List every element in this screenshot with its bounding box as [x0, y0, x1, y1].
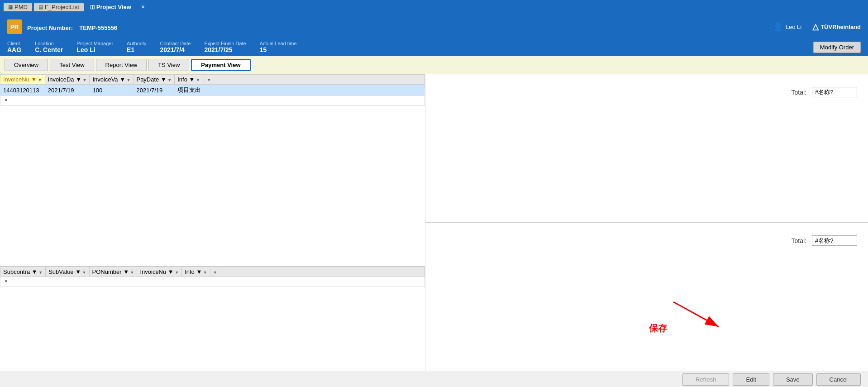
field-project-manager: Project Manager Leo Li: [76, 41, 113, 53]
field-client: Client AAG: [7, 41, 21, 53]
tab-project-list[interactable]: ▤ F_ProjectList: [34, 3, 84, 11]
header-right: 👤 Leo Li △ TÜVRheinland: [773, 22, 861, 32]
bottom-bar: Refresh Edit Save Cancel: [0, 371, 868, 387]
col-pay-date[interactable]: PayDate ▼: [134, 75, 175, 85]
col-invoice-date[interactable]: InvoiceDa ▼: [45, 75, 90, 85]
project-fields: Client AAG Location C. Center Project Ma…: [7, 41, 297, 53]
right-panel: Total: Total:: [425, 74, 868, 371]
bottom-total-input[interactable]: [812, 235, 857, 246]
header: PR Project Number: TEMP-555556 👤 Leo Li …: [0, 14, 868, 40]
col-info[interactable]: Info ▼: [175, 75, 204, 85]
tab-project-view[interactable]: ◫ Project View: [86, 3, 136, 11]
col-sub-info[interactable]: Info ▼: [182, 267, 210, 277]
toolbar: Overview Test View Report View TS View P…: [0, 56, 868, 74]
subcontract-table: Subcontra ▼ SubValue ▼ PONumber ▼ Invoic…: [0, 267, 425, 287]
tab-payment-view[interactable]: Payment View: [191, 59, 250, 71]
cell-invoice-date: 2021/7/19: [45, 85, 90, 96]
tab-ts-view[interactable]: TS View: [148, 59, 189, 71]
left-panel: InvoiceNu ▼ InvoiceDa ▼ InvoiceVa ▼ PayD…: [0, 74, 425, 371]
col-invoice-val[interactable]: InvoiceVa ▼: [90, 75, 134, 85]
title-bar-tabs: ▦ PMD ▤ F_ProjectList ◫ Project View ×: [4, 3, 145, 11]
cell-invoice-val: 100: [90, 85, 134, 96]
field-contract-date: Contract Date 2021/7/4: [160, 41, 191, 53]
top-total-row: Total:: [792, 87, 857, 97]
col-spacer: [204, 75, 425, 85]
bottom-total-row: Total:: [792, 235, 857, 246]
sub-header: Client AAG Location C. Center Project Ma…: [0, 40, 868, 56]
project-icon: PR: [7, 19, 22, 34]
refresh-button[interactable]: Refresh: [682, 373, 730, 386]
tab-pmd[interactable]: ▦ PMD: [4, 3, 32, 11]
col-sub-spacer: [210, 267, 424, 277]
field-actual-lead: Actual Lead time 15: [260, 41, 297, 53]
header-title: Project Number: TEMP-555556: [27, 21, 117, 33]
right-top-panel: Total:: [425, 74, 868, 223]
top-table-section: InvoiceNu ▼ InvoiceDa ▼ InvoiceVa ▼ PayD…: [0, 74, 425, 267]
header-left: PR Project Number: TEMP-555556: [7, 19, 117, 34]
bottom-table-section: Subcontra ▼ SubValue ▼ PONumber ▼ Invoic…: [0, 267, 425, 371]
table-row[interactable]: 14403120113 2021/7/19 100 2021/7/19 项目支出: [0, 85, 425, 96]
field-location: Location C. Center: [35, 41, 63, 53]
view-icon: ◫: [90, 4, 95, 10]
modify-order-button[interactable]: Modify Order: [813, 42, 861, 53]
cell-invoice-num: 14403120113: [0, 85, 45, 96]
tab-overview[interactable]: Overview: [5, 59, 48, 71]
field-expect-finish: Expect Finish Date 2021/7/25: [204, 41, 246, 53]
col-sub-value[interactable]: SubValue ▼: [46, 267, 89, 277]
save-button[interactable]: Save: [773, 373, 813, 386]
field-authority: Authority E1: [127, 41, 146, 53]
top-total-label: Total:: [792, 89, 806, 96]
sub-new-row-marker: *: [0, 277, 425, 287]
bottom-total-label: Total:: [792, 237, 806, 244]
cancel-button[interactable]: Cancel: [816, 373, 861, 386]
col-subcontra[interactable]: Subcontra ▼: [0, 267, 46, 277]
invoice-table: InvoiceNu ▼ InvoiceDa ▼ InvoiceVa ▼ PayD…: [0, 74, 425, 106]
cell-spacer: [204, 85, 425, 96]
cell-pay-date: 2021/7/19: [134, 85, 175, 96]
window-close-btn[interactable]: ×: [141, 3, 145, 10]
top-total-input[interactable]: [812, 87, 857, 97]
cell-info: 项目支出: [175, 85, 204, 96]
tab-test-view[interactable]: Test View: [50, 59, 94, 71]
pmd-icon: ▦: [8, 4, 13, 10]
user-info: 👤 Leo Li: [773, 22, 801, 32]
table-icon: ▤: [38, 4, 43, 10]
title-bar: ▦ PMD ▤ F_ProjectList ◫ Project View ×: [0, 0, 868, 14]
col-subinvoice-num[interactable]: InvoiceNu ▼: [137, 267, 182, 277]
user-icon: 👤: [773, 22, 783, 32]
right-bottom-panel: Total:: [425, 223, 868, 371]
edit-button[interactable]: Edit: [733, 373, 769, 386]
company-logo: △ TÜVRheinland: [812, 22, 861, 32]
col-po-number[interactable]: PONumber ▼: [89, 267, 137, 277]
new-row-marker: *: [0, 96, 425, 106]
tab-report-view[interactable]: Report View: [96, 59, 147, 71]
col-invoice-num[interactable]: InvoiceNu ▼: [0, 75, 45, 85]
